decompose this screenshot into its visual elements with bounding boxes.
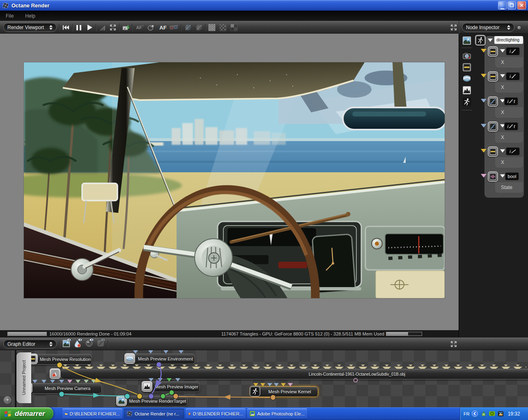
focus-picker-icon[interactable] — [146, 23, 155, 32]
rendertarget-preview-icon[interactable] — [62, 340, 71, 348]
usb-device-icon[interactable] — [480, 411, 487, 417]
node-label: Mesh Preview RenderTarget — [129, 399, 186, 404]
pin-value[interactable]: X — [495, 82, 523, 93]
imager-icon[interactable] — [142, 381, 152, 392]
graph-editor-toolbar: Graph Editor — [0, 338, 528, 350]
windows-flag-icon — [4, 410, 12, 418]
title-bar[interactable]: Octane Render ▁ ❐ ✕ — [0, 0, 528, 11]
node-inspector-select[interactable]: Node Inspector — [462, 23, 514, 32]
graph-editor-canvas[interactable]: Unnamed Project + Mesh Preview Resolutio… — [0, 350, 528, 407]
pin-triangle-icon[interactable] — [481, 49, 487, 52]
pin-triangle-icon[interactable] — [481, 74, 487, 78]
pin-value[interactable]: X — [495, 107, 523, 118]
graph-node-kernel[interactable]: Mesh Preview Kernel — [250, 386, 318, 397]
render-viewport[interactable] — [0, 34, 459, 330]
mesh-icon[interactable] — [50, 368, 60, 379]
resolution-node-icon[interactable] — [488, 146, 498, 157]
graph-node-rendertarget[interactable]: Mesh Preview RenderTarget — [117, 396, 188, 406]
node-label: Lincoln-Continental-1961-OctaneLowSubdiv… — [309, 369, 405, 379]
collapse-triangle-icon[interactable] — [488, 39, 493, 42]
chevron-updown-icon — [49, 25, 53, 30]
curve-node-icon[interactable] — [488, 121, 498, 132]
graph-node-environment[interactable]: Mesh Preview Environment — [125, 354, 195, 364]
restore-button[interactable]: ❐ — [507, 1, 516, 9]
no-sphere-1-icon[interactable] — [184, 23, 193, 32]
node-preview-icon[interactable] — [96, 340, 105, 348]
root-node-icon[interactable] — [475, 35, 486, 46]
alpha-quadrant-icon[interactable] — [230, 23, 239, 32]
task-label: D:\BLENDER FICHIER... — [193, 411, 243, 416]
bool-node-icon[interactable] — [488, 171, 498, 182]
graph-editor-select[interactable]: Graph Editor — [3, 340, 57, 349]
render-progress-bar — [7, 332, 47, 336]
type-float-linear-icon: i — [506, 147, 520, 155]
rendertarget-icon[interactable] — [462, 36, 472, 46]
anaglyph-icon[interactable] — [169, 23, 178, 32]
resume-render-icon[interactable] — [85, 23, 94, 32]
pin-value[interactable]: X — [495, 57, 523, 68]
system-tray: FR 19:32 — [460, 407, 528, 420]
pin-triangle-icon[interactable] — [481, 124, 487, 128]
region-render-icon[interactable] — [98, 23, 107, 32]
resolution-icon[interactable] — [462, 62, 472, 72]
environment-icon[interactable] — [462, 74, 472, 84]
imager-icon[interactable] — [462, 85, 472, 95]
type-float-curve-t-icon: it — [504, 122, 518, 130]
taskbar-item-blender-folder-2[interactable]: D:\BLENDER FICHIER... — [186, 409, 246, 419]
pin-triangle-icon[interactable] — [481, 149, 487, 153]
octane-logo-icon — [2, 2, 9, 9]
save-render-icon[interactable] — [121, 23, 130, 32]
no-sphere-2-icon[interactable] — [195, 23, 204, 32]
kernel-icon[interactable] — [462, 97, 472, 107]
pin-value[interactable]: X — [495, 132, 523, 143]
menu-help[interactable]: Help — [19, 13, 41, 19]
taskbar-item-octane[interactable]: Octane Render (ne r... — [124, 409, 184, 419]
pin-value[interactable]: X — [495, 157, 523, 168]
rendertarget-icon[interactable] — [116, 395, 127, 406]
menu-file[interactable]: File — [0, 13, 19, 19]
resolution-node-icon[interactable] — [488, 46, 498, 57]
kernel-icon[interactable] — [250, 386, 260, 397]
octane-render-window: Octane Render ▁ ❐ ✕ File Help Render Vie… — [0, 0, 528, 420]
camera-icon[interactable] — [462, 51, 472, 61]
camera-input-pins — [32, 380, 96, 383]
curve-node-icon[interactable] — [488, 96, 498, 107]
autofocus-icon[interactable]: AF — [158, 23, 168, 32]
expand-viewport-icon[interactable] — [449, 23, 458, 32]
autofocus-dim-icon[interactable]: AF↑ — [135, 23, 145, 32]
taskbar-item-photoshop[interactable]: Adobe Photoshop Ele... — [247, 409, 307, 419]
nvidia-icon[interactable] — [489, 411, 496, 417]
fit-viewport-icon[interactable] — [108, 23, 117, 32]
taskbar-item-blender-folder-1[interactable]: D:\BLENDER FICHIER... — [62, 409, 122, 419]
alpha-checker-fine-icon[interactable] — [207, 23, 216, 32]
wire-imager — [163, 393, 172, 396]
graph-node-mesh-obj[interactable]: Lincoln-Continental-1961-OctaneLowSubdiv… — [60, 369, 528, 379]
menu-bar: File Help — [0, 11, 528, 21]
mesh-input-pins — [62, 365, 526, 369]
restart-render-icon[interactable] — [61, 23, 70, 32]
add-node-button[interactable]: + — [4, 396, 11, 404]
close-button[interactable]: ✕ — [517, 1, 526, 9]
expand-panel-icon[interactable] — [449, 340, 458, 348]
node-inspector-panel: directlighting i X i X it X — [459, 34, 528, 338]
material-preview-icon[interactable] — [73, 340, 82, 348]
graph-node-camera[interactable]: Mesh Preview Camera — [23, 383, 102, 394]
inspector-pin-knob[interactable] — [517, 25, 521, 30]
pin-triangle-icon[interactable] — [481, 174, 487, 178]
hide-icons-icon[interactable] — [472, 411, 478, 417]
pin-value[interactable]: State — [495, 182, 523, 193]
display-icon[interactable] — [498, 411, 504, 417]
start-button[interactable]: démarrer — [0, 407, 53, 420]
project-tab[interactable]: Unnamed Project — [16, 352, 31, 403]
resolution-node-icon[interactable] — [488, 71, 498, 82]
pin-triangle-icon[interactable] — [481, 99, 487, 103]
pause-render-icon[interactable] — [74, 23, 83, 32]
language-indicator[interactable]: FR — [464, 411, 470, 416]
viewport-mode-select[interactable]: Render Viewport — [3, 23, 57, 32]
clock[interactable]: 19:32 — [508, 411, 520, 417]
minimize-button[interactable]: ▁ — [498, 1, 507, 9]
alpha-checker-mid-icon[interactable] — [218, 23, 227, 32]
texture-preview-icon[interactable] — [85, 340, 94, 348]
environment-icon[interactable] — [124, 353, 135, 364]
root-node-name[interactable]: directlighting — [494, 36, 523, 44]
